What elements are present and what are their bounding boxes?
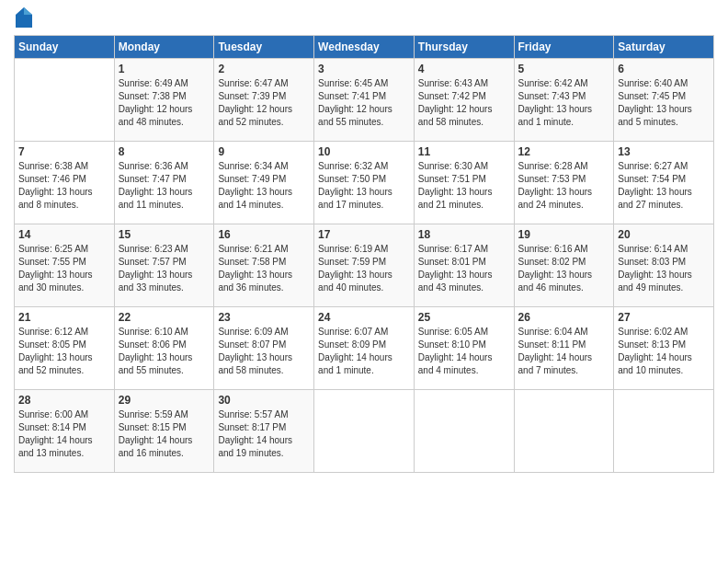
day-info: Sunrise: 6:07 AM Sunset: 8:09 PM Dayligh…	[318, 326, 410, 377]
sunrise-text: Sunrise: 6:00 AM	[18, 409, 88, 419]
calendar-cell: 11 Sunrise: 6:30 AM Sunset: 7:51 PM Dayl…	[414, 142, 514, 224]
sunrise-text: Sunrise: 5:59 AM	[119, 409, 188, 419]
calendar-cell: 29 Sunrise: 5:59 AM Sunset: 8:15 PM Dayl…	[114, 390, 214, 473]
calendar-cell: 28 Sunrise: 6:00 AM Sunset: 8:14 PM Dayl…	[15, 390, 115, 473]
sunset-text: Sunset: 7:50 PM	[318, 174, 386, 184]
day-number: 29	[119, 394, 210, 407]
calendar-cell: 8 Sunrise: 6:36 AM Sunset: 7:47 PM Dayli…	[114, 142, 214, 224]
day-number: 4	[418, 63, 510, 75]
daylight-text: Daylight: 14 hours and 13 minutes.	[18, 435, 93, 458]
column-header-friday: Friday	[514, 36, 614, 59]
column-header-sunday: Sunday	[15, 36, 115, 59]
day-info: Sunrise: 6:14 AM Sunset: 8:03 PM Dayligh…	[618, 243, 710, 294]
calendar-cell: 7 Sunrise: 6:38 AM Sunset: 7:46 PM Dayli…	[15, 142, 115, 224]
day-info: Sunrise: 5:59 AM Sunset: 8:15 PM Dayligh…	[119, 408, 210, 460]
sunrise-text: Sunrise: 6:16 AM	[518, 244, 588, 254]
calendar-cell	[614, 390, 714, 473]
day-info: Sunrise: 6:36 AM Sunset: 7:47 PM Dayligh…	[119, 160, 210, 212]
calendar-cell: 13 Sunrise: 6:27 AM Sunset: 7:54 PM Dayl…	[614, 142, 714, 224]
sunset-text: Sunset: 7:46 PM	[18, 174, 86, 184]
day-info: Sunrise: 6:12 AM Sunset: 8:05 PM Dayligh…	[18, 326, 110, 377]
day-info: Sunrise: 6:05 AM Sunset: 8:10 PM Dayligh…	[418, 326, 510, 377]
sunrise-text: Sunrise: 6:49 AM	[119, 78, 188, 88]
day-number: 15	[119, 228, 210, 241]
sunset-text: Sunset: 7:49 PM	[218, 174, 286, 184]
sunset-text: Sunset: 8:05 PM	[18, 339, 86, 350]
daylight-text: Daylight: 14 hours and 16 minutes.	[119, 435, 193, 458]
column-header-thursday: Thursday	[414, 36, 514, 59]
daylight-text: Daylight: 13 hours and 11 minutes.	[119, 187, 193, 210]
column-header-saturday: Saturday	[614, 36, 714, 59]
daylight-text: Daylight: 13 hours and 27 minutes.	[618, 187, 692, 210]
sunset-text: Sunset: 7:57 PM	[119, 257, 187, 267]
daylight-text: Daylight: 13 hours and 33 minutes.	[119, 270, 193, 293]
daylight-text: Daylight: 12 hours and 58 minutes.	[418, 104, 493, 127]
sunset-text: Sunset: 8:06 PM	[119, 339, 187, 350]
calendar-cell: 27 Sunrise: 6:02 AM Sunset: 8:13 PM Dayl…	[614, 307, 714, 390]
sunrise-text: Sunrise: 6:10 AM	[119, 327, 188, 337]
day-number: 10	[318, 145, 410, 158]
daylight-text: Daylight: 13 hours and 17 minutes.	[318, 187, 392, 210]
sunrise-text: Sunrise: 6:36 AM	[119, 161, 188, 171]
calendar-cell: 16 Sunrise: 6:21 AM Sunset: 7:58 PM Dayl…	[214, 224, 314, 307]
calendar-cell: 10 Sunrise: 6:32 AM Sunset: 7:50 PM Dayl…	[314, 142, 415, 224]
day-info: Sunrise: 6:10 AM Sunset: 8:06 PM Dayligh…	[119, 326, 210, 377]
sunrise-text: Sunrise: 6:21 AM	[218, 244, 288, 254]
daylight-text: Daylight: 14 hours and 19 minutes.	[218, 435, 292, 458]
calendar-cell: 22 Sunrise: 6:10 AM Sunset: 8:06 PM Dayl…	[114, 307, 214, 390]
sunrise-text: Sunrise: 6:07 AM	[318, 327, 388, 337]
calendar-cell: 4 Sunrise: 6:43 AM Sunset: 7:42 PM Dayli…	[414, 59, 514, 142]
sunrise-text: Sunrise: 6:25 AM	[18, 244, 88, 254]
day-number: 30	[218, 394, 310, 407]
day-info: Sunrise: 6:30 AM Sunset: 7:51 PM Dayligh…	[418, 160, 510, 212]
calendar-cell	[514, 390, 614, 473]
day-info: Sunrise: 6:00 AM Sunset: 8:14 PM Dayligh…	[18, 408, 110, 460]
calendar-cell: 2 Sunrise: 6:47 AM Sunset: 7:39 PM Dayli…	[214, 59, 314, 142]
sunset-text: Sunset: 7:41 PM	[318, 91, 386, 101]
calendar-cell: 20 Sunrise: 6:14 AM Sunset: 8:03 PM Dayl…	[614, 224, 714, 307]
sunset-text: Sunset: 8:11 PM	[518, 339, 586, 350]
sunrise-text: Sunrise: 6:40 AM	[618, 78, 688, 88]
column-header-wednesday: Wednesday	[314, 36, 415, 59]
daylight-text: Daylight: 13 hours and 49 minutes.	[618, 270, 692, 293]
calendar-cell: 25 Sunrise: 6:05 AM Sunset: 8:10 PM Dayl…	[414, 307, 514, 390]
sunset-text: Sunset: 7:39 PM	[218, 91, 286, 101]
daylight-text: Daylight: 13 hours and 52 minutes.	[18, 352, 93, 375]
logo	[14, 9, 32, 28]
sunrise-text: Sunrise: 6:38 AM	[18, 161, 88, 171]
day-info: Sunrise: 6:45 AM Sunset: 7:41 PM Dayligh…	[318, 77, 410, 129]
day-info: Sunrise: 6:27 AM Sunset: 7:54 PM Dayligh…	[618, 160, 710, 212]
sunset-text: Sunset: 7:43 PM	[518, 91, 586, 101]
day-info: Sunrise: 6:09 AM Sunset: 8:07 PM Dayligh…	[218, 326, 310, 377]
sunrise-text: Sunrise: 6:45 AM	[318, 78, 388, 88]
calendar-week-row: 1 Sunrise: 6:49 AM Sunset: 7:38 PM Dayli…	[15, 59, 714, 142]
calendar-week-row: 28 Sunrise: 6:00 AM Sunset: 8:14 PM Dayl…	[15, 390, 714, 473]
calendar-cell: 18 Sunrise: 6:17 AM Sunset: 8:01 PM Dayl…	[414, 224, 514, 307]
sunrise-text: Sunrise: 6:02 AM	[618, 327, 688, 337]
sunrise-text: Sunrise: 6:14 AM	[618, 244, 688, 254]
day-number: 12	[518, 145, 610, 158]
day-info: Sunrise: 6:32 AM Sunset: 7:50 PM Dayligh…	[318, 160, 410, 212]
day-number: 26	[518, 311, 610, 324]
sunrise-text: Sunrise: 6:05 AM	[418, 327, 488, 337]
daylight-text: Daylight: 13 hours and 14 minutes.	[218, 187, 292, 210]
sunrise-text: Sunrise: 6:43 AM	[418, 78, 488, 88]
day-number: 27	[618, 311, 710, 324]
sunset-text: Sunset: 8:02 PM	[518, 257, 586, 267]
day-info: Sunrise: 6:38 AM Sunset: 7:46 PM Dayligh…	[18, 160, 110, 212]
daylight-text: Daylight: 13 hours and 46 minutes.	[518, 270, 593, 293]
calendar-cell: 3 Sunrise: 6:45 AM Sunset: 7:41 PM Dayli…	[314, 59, 415, 142]
calendar-cell	[15, 59, 115, 142]
sunset-text: Sunset: 8:07 PM	[218, 339, 286, 350]
day-info: Sunrise: 6:42 AM Sunset: 7:43 PM Dayligh…	[518, 77, 610, 129]
calendar-cell	[314, 390, 415, 473]
sunrise-text: Sunrise: 6:34 AM	[218, 161, 288, 171]
calendar-week-row: 21 Sunrise: 6:12 AM Sunset: 8:05 PM Dayl…	[15, 307, 714, 390]
sunrise-text: Sunrise: 6:04 AM	[518, 327, 588, 337]
page-header	[14, 9, 714, 28]
day-number: 11	[418, 145, 510, 158]
calendar-cell: 1 Sunrise: 6:49 AM Sunset: 7:38 PM Dayli…	[114, 59, 214, 142]
sunset-text: Sunset: 8:13 PM	[618, 339, 686, 350]
calendar-cell: 6 Sunrise: 6:40 AM Sunset: 7:45 PM Dayli…	[614, 59, 714, 142]
day-info: Sunrise: 6:21 AM Sunset: 7:58 PM Dayligh…	[218, 243, 310, 294]
